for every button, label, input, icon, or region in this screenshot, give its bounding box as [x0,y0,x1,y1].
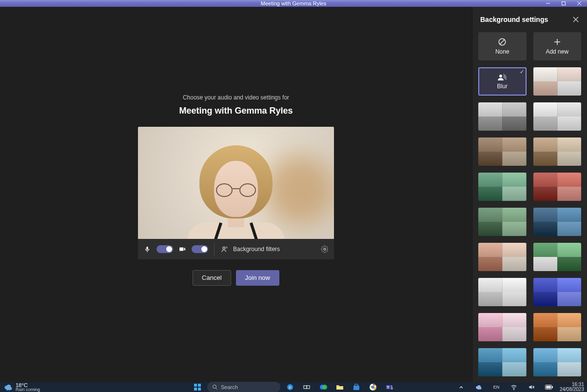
taskbar-teams-button[interactable]: T [383,382,396,392]
background-option-autumn-orange[interactable] [533,313,582,341]
prejoin-controls-bar: Background filters [138,239,334,259]
weather-icon [4,383,13,392]
prejoin-stage: Choose your audio and video settings for… [0,7,472,382]
cancel-button[interactable]: Cancel [193,270,231,286]
background-option-abstract-underwater[interactable] [478,348,527,376]
background-thumbnails-grid: None Add new ✓ [478,32,581,376]
window-minimize-button[interactable] [540,0,556,7]
svg-point-15 [499,75,502,78]
background-option-blossom-pink[interactable] [478,313,527,341]
window-maximize-button[interactable] [556,0,571,7]
windows-taskbar: 18°C Rain coming Search b T EN 16:31 24/ [0,382,587,392]
background-filters-icon [220,245,229,254]
camera-icon [178,245,187,254]
background-option-lounge-red[interactable] [533,173,582,201]
background-option-portal-green[interactable] [533,243,582,271]
svg-point-105 [9,391,10,392]
background-option-cave-blue[interactable] [533,208,582,236]
svg-rect-131 [552,386,553,388]
background-option-add-new-label: Add new [546,48,568,55]
background-option-arch-desert[interactable] [478,243,527,271]
tray-language-icon[interactable]: EN [489,382,503,392]
taskbar-explorer-button[interactable] [333,382,347,392]
background-option-gallery-white[interactable] [478,278,527,306]
background-option-blur-label: Blur [497,83,508,90]
background-option-hall-green[interactable] [478,208,527,236]
background-option-living-warm[interactable] [478,137,527,166]
svg-rect-33 [533,102,582,131]
svg-rect-58 [478,208,527,236]
window-controls [540,0,587,7]
background-settings-panel: Background settings None Add new [472,7,587,382]
taskbar-center: Search b T [191,382,396,392]
svg-rect-73 [533,243,582,271]
taskbar-search[interactable]: Search [207,382,280,392]
taskbar-copilot-button[interactable]: b [283,382,297,392]
svg-rect-120 [355,384,358,386]
svg-point-125 [391,385,392,387]
background-option-blur[interactable]: ✓ Blur [478,67,527,96]
none-icon [498,38,507,46]
background-option-studio-white-arch[interactable] [533,102,582,131]
start-button[interactable] [191,382,204,392]
taskbar-weather-widget[interactable]: 18°C Rain coming [0,382,59,392]
background-filters-button[interactable]: Background filters [220,245,315,254]
taskbar-store-button[interactable] [350,382,363,392]
svg-rect-4 [147,251,147,252]
taskbar-widgets-button[interactable] [316,382,330,392]
svg-text:T: T [387,386,390,389]
svg-rect-48 [478,173,527,201]
svg-text:b: b [289,385,292,390]
svg-rect-107 [198,384,201,387]
svg-line-12 [500,39,505,45]
svg-rect-93 [533,313,582,341]
camera-toggle[interactable] [192,245,208,253]
window-close-button[interactable] [571,0,587,7]
tray-chevron-button[interactable] [454,382,468,392]
svg-point-117 [322,385,327,390]
check-icon: ✓ [520,69,524,75]
svg-rect-132 [546,386,551,389]
panel-header: Background settings [472,7,587,32]
tray-wifi-icon[interactable] [507,382,521,392]
window-title: Meeting with Gemma Ryles [261,0,327,6]
svg-rect-23 [533,67,582,96]
svg-rect-68 [478,243,527,271]
plus-icon [553,38,562,46]
blur-icon [497,73,508,81]
background-option-none[interactable]: None [478,32,527,60]
device-settings-button[interactable] [320,245,329,254]
background-option-none-label: None [495,48,509,55]
svg-point-110 [213,385,216,389]
svg-rect-115 [307,386,310,389]
svg-rect-108 [194,388,197,391]
background-option-kitchen-wood[interactable] [533,137,582,166]
taskbar-tray: EN 16:31 24/08/2023 [454,382,584,392]
prejoin-prompt: Choose your audio and video settings for [183,94,289,101]
background-option-abstract-bubbles[interactable] [533,348,582,376]
microphone-toggle[interactable] [157,245,173,253]
svg-rect-38 [478,137,527,166]
background-option-add-new[interactable]: Add new [533,32,582,60]
main-area: Choose your audio and video settings for… [0,7,587,382]
camera-preview [138,127,334,239]
svg-rect-98 [478,348,527,376]
controls-divider [214,243,215,255]
background-option-corridor-blue[interactable] [533,278,582,306]
taskbar-chrome-button[interactable] [366,382,380,392]
svg-line-18 [504,77,507,80]
search-icon [212,384,218,390]
background-option-patio-glass[interactable] [478,173,527,201]
taskbar-clock[interactable]: 16:31 24/08/2023 [560,382,584,392]
tray-onedrive-icon[interactable] [472,382,486,392]
taskbar-search-placeholder: Search [221,384,238,390]
svg-rect-28 [478,102,527,131]
tray-battery-icon[interactable] [542,382,556,392]
svg-rect-1 [562,2,566,5]
tray-volume-icon[interactable] [525,382,538,392]
background-option-room-white-pink[interactable] [533,67,582,96]
background-option-loft-grey[interactable] [478,102,527,131]
join-now-button[interactable]: Join now [236,270,279,286]
panel-close-button[interactable] [572,16,579,23]
taskbar-taskview-button[interactable] [300,382,313,392]
